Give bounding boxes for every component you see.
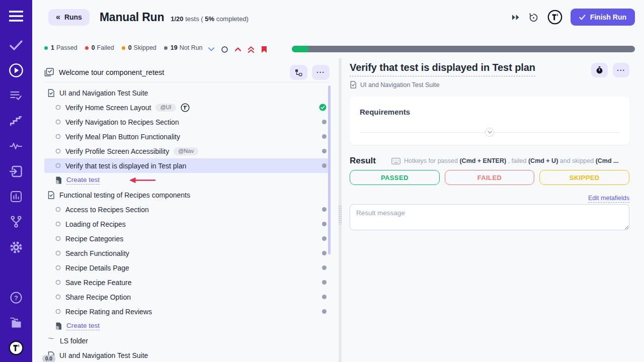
filter-chevron-up-icon[interactable] — [234, 46, 242, 52]
tree-suite[interactable]: Functional testing of Recipes components — [44, 188, 330, 202]
status-dot-icon — [44, 46, 48, 50]
tree-panel-header: Welcome tour component_retest ··· — [44, 64, 330, 80]
branches-icon[interactable] — [11, 216, 22, 228]
not-run-status-icon — [322, 149, 327, 153]
import-icon[interactable] — [10, 165, 23, 177]
percent-completed: 5% — [205, 15, 214, 23]
test-circle-icon — [55, 207, 61, 212]
not-run-status-icon — [322, 120, 327, 124]
testomat-logo[interactable] — [9, 340, 24, 356]
settings-icon[interactable] — [10, 241, 23, 254]
filter-chevrons-up-icon[interactable] — [247, 45, 255, 54]
not-run-status-icon — [322, 207, 327, 212]
test-title[interactable]: Verify that test is displayed in Test pl… — [350, 62, 535, 76]
status-filters — [207, 45, 268, 53]
tree-scrollbar[interactable] — [328, 85, 331, 254]
analytics-icon[interactable] — [11, 191, 22, 203]
runs-icon[interactable] — [9, 63, 24, 78]
topbar-actions: Finish Run — [511, 0, 635, 34]
projects-icon[interactable] — [10, 318, 23, 328]
create-test-link[interactable]: Create test — [66, 176, 100, 185]
not-run-status-icon — [322, 280, 327, 285]
tree-view-button[interactable] — [290, 65, 307, 80]
tree-test[interactable]: Verify Profile Screen Accessibility@Nav — [44, 144, 330, 158]
verdict-skipped-button[interactable]: SKIPPED — [539, 170, 629, 185]
annotation-arrow-icon — [128, 177, 156, 184]
pulse-icon[interactable] — [10, 142, 23, 150]
back-to-runs-button[interactable]: « Runs — [48, 9, 90, 26]
runs-button-label: Runs — [64, 13, 82, 21]
suite-doc-icon — [47, 191, 55, 199]
folder-icon — [47, 337, 55, 344]
tree-test[interactable]: Verify Home Screen Layout@UI — [44, 100, 330, 115]
tree-test[interactable]: Recipe Categories — [44, 231, 330, 246]
collapse-left-icon: « — [56, 13, 60, 22]
annotation-arrow — [128, 177, 156, 184]
help-icon[interactable]: ? — [10, 292, 23, 304]
test-circle-icon — [55, 163, 61, 168]
tree-test[interactable]: Verify Meal Plan Button Functionality — [44, 129, 330, 144]
tree-test[interactable]: Recipe Details Page — [44, 260, 330, 275]
tests-icon[interactable] — [10, 40, 23, 50]
test-timer-button[interactable] — [591, 63, 608, 77]
test-circle-icon — [55, 294, 61, 300]
filter-circle-icon[interactable] — [220, 45, 229, 54]
tree-more-button[interactable]: ··· — [312, 65, 330, 80]
tree-test[interactable]: Verify that test is displayed in Test pl… — [44, 158, 330, 173]
test-circle-icon — [55, 148, 61, 154]
verdict-failed-button[interactable]: FAILED — [445, 170, 535, 185]
status-count-not-run: 19Not Run — [164, 44, 203, 51]
breadcrumb[interactable]: UI and Navigation Test Suite — [350, 81, 629, 88]
create-test-icon — [55, 322, 62, 330]
test-circle-icon — [55, 309, 61, 314]
test-circle-icon — [55, 236, 61, 241]
test-plans-icon[interactable] — [10, 90, 23, 101]
not-run-status-icon — [322, 236, 327, 241]
not-run-status-icon — [322, 295, 327, 299]
testomat-badge-icon[interactable] — [546, 9, 564, 26]
tree-test[interactable]: Share Recipe Option — [44, 290, 330, 304]
test-tag-badge: @Nav — [174, 147, 198, 155]
create-test-row: Create test — [44, 319, 330, 333]
fast-forward-icon[interactable] — [511, 13, 521, 22]
filter-chevron-down-icon[interactable] — [207, 46, 215, 52]
create-test-link[interactable]: Create test — [66, 322, 100, 330]
finish-run-button[interactable]: Finish Run — [571, 9, 635, 26]
run-progress-fill — [292, 46, 309, 52]
tests-count: 1/20 — [171, 15, 183, 23]
filter-bookmark-icon[interactable] — [260, 45, 268, 54]
milestones-icon[interactable] — [10, 116, 22, 126]
run-progress-bar — [292, 46, 635, 52]
result-message-input[interactable] — [350, 204, 629, 230]
not-run-status-icon — [322, 265, 327, 270]
tree-suite[interactable]: UI and Navigation Test Suite — [44, 85, 330, 100]
edit-metafields-link[interactable]: Edit metafields — [588, 195, 629, 203]
tree-test[interactable]: Search Functionality — [44, 246, 330, 260]
requirements-collapse-toggle[interactable] — [485, 128, 494, 137]
tree-test[interactable]: Recipe Rating and Reviews — [44, 304, 330, 319]
tests-tree-panel: Welcome tour component_retest ··· UI and… — [32, 58, 339, 362]
requirements-card: Requirements — [350, 97, 629, 145]
test-tag-badge: @UI — [155, 104, 176, 112]
divider — [44, 82, 330, 82]
test-circle-icon — [55, 119, 61, 125]
tree-test[interactable]: Access to Recipes Section — [44, 202, 330, 217]
test-detail-panel: Verify that test is displayed in Test pl… — [342, 58, 644, 362]
retry-timer-icon[interactable] — [528, 12, 539, 23]
verdict-passed-button[interactable]: PASSED — [350, 170, 440, 185]
test-circle-icon — [55, 105, 61, 110]
tree-suite[interactable]: 0.0UI and Navigation Test Suite — [44, 348, 330, 362]
menu-icon[interactable] — [9, 11, 23, 22]
tree-test[interactable]: Save Recipe Feature — [44, 275, 330, 290]
tree-test[interactable]: Verify Navigation to Recipes Section — [44, 115, 330, 129]
not-run-status-icon — [322, 309, 327, 314]
tests-word: tests ( — [185, 15, 203, 23]
keyboard-icon — [391, 158, 400, 164]
tree-test[interactable]: Loading of Recipes — [44, 217, 330, 231]
tree-structure-icon — [295, 69, 302, 76]
test-more-button[interactable]: ··· — [613, 63, 629, 77]
tree-folder[interactable]: LS folder — [44, 333, 330, 348]
requirements-divider — [360, 128, 619, 137]
test-circle-icon — [55, 134, 61, 139]
status-dot-icon — [122, 46, 125, 50]
